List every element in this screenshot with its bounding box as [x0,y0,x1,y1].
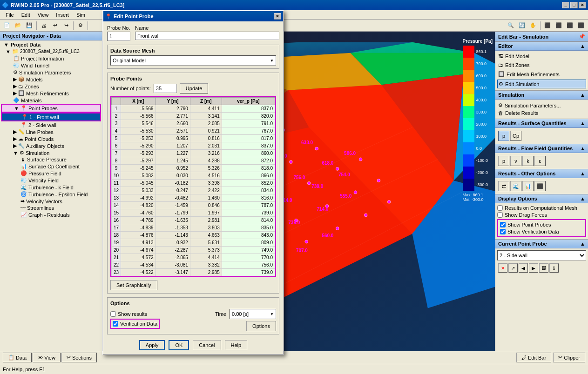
other-options-title[interactable]: Results - Other Options ▲ [495,169,588,178]
tree-wind-tunnel[interactable]: 💨 Wind Tunnel [1,62,101,69]
table-row[interactable]: 9 -5.245 0.952 5.326 818.0 [112,165,275,172]
simulation-section-title[interactable]: Simulation ▲ [495,90,588,100]
view2-btn[interactable]: ⬛ [554,20,564,31]
probe-table-container[interactable]: X [m] Y [m] Z [m] ver_p [Pa] 1 -5.569 2.… [110,96,276,277]
tree-root[interactable]: ▼ Project Data [1,41,101,48]
data-source-dropdown[interactable]: Original Model ▼ [110,55,276,66]
editor-section-title[interactable]: Editor ▲ [495,41,588,51]
table-row[interactable]: 11 -5.045 -0.182 3.398 852.0 [112,180,275,187]
modal-title-bar[interactable]: 📍 Edit Point Probe ✕ [103,11,283,21]
menu-insert[interactable]: Insert [52,11,73,19]
data-tab[interactable]: 📋 Data [3,353,32,362]
tree-turb-k[interactable]: 🌊 Turbulence - k Field [1,184,101,191]
menu-file[interactable]: File [2,11,18,19]
tree-point-clouds[interactable]: ▶ ☁ Point Clouds [1,135,101,142]
tree-mesh-ref[interactable]: ▶ 🔲 Mesh Refinements [1,90,101,97]
drag-forces-checkbox[interactable] [497,212,503,218]
surface-qty-title[interactable]: Results - Surface Quantities ▲ [495,119,588,128]
maximize-btn[interactable]: □ [570,2,578,8]
time-dropdown[interactable]: 0.00 [s] ▼ [230,309,276,319]
option-4-btn[interactable]: ⬛ [534,181,546,191]
ff-p-btn[interactable]: p [498,156,509,166]
set-graphically-btn[interactable]: Set Graphically [110,280,157,290]
tree-surface-pressure[interactable]: 🌡 Surface Pressure [1,156,101,163]
tree-simulation[interactable]: ▼ ⚙ Simulation [1,149,101,156]
table-row[interactable]: 2 -5.566 2.771 3.141 820.0 [112,113,275,120]
table-row[interactable]: 5 -5.253 0.995 0.816 817.0 [112,135,275,142]
new-btn[interactable]: 📄 [2,20,12,31]
ff-k-btn[interactable]: k [522,156,534,166]
probe-info-btn[interactable]: ℹ [549,263,559,273]
edit-simulation-btn[interactable]: ⚙ Edit Simulation [497,80,586,88]
pressure-btn[interactable]: p [498,131,509,141]
table-row[interactable]: 1 -5.569 2.790 4.411 837.0 [112,105,275,113]
table-row[interactable]: 14 -4.820 -1.459 0.846 787.0 [112,202,275,209]
table-row[interactable]: 13 -4.992 -0.482 1.460 816.0 [112,194,275,202]
rotate-btn[interactable]: 🔄 [517,20,527,31]
menu-edit[interactable]: Edit [18,11,34,19]
tree-graph-residuals[interactable]: 📈 Graph - Residuals [1,211,101,218]
table-row[interactable]: 8 -5.297 1.245 4.288 872.0 [112,157,275,165]
tree-aux-objects[interactable]: ▶ 🔧 Auxiliary Objects [1,142,101,149]
probe-select-btn[interactable]: ↗ [508,263,518,273]
tree-vel-vectors[interactable]: ➡ Velocity Vectors [1,198,101,205]
menu-view[interactable]: View [34,11,53,19]
edit-mesh-btn[interactable]: 🔲 Edit Mesh Refinements [497,70,586,78]
show-verification-checkbox[interactable] [500,229,506,234]
table-row[interactable]: 3 -5.546 2.660 2.085 791.0 [112,120,275,127]
redo-btn[interactable]: ↪ [61,20,71,31]
table-row[interactable]: 15 -4.760 -1.799 1.997 739.0 [112,209,275,217]
option-3-btn[interactable]: 📊 [522,181,534,191]
tree-turb-eps[interactable]: 🌀 Turbulence - Epsilon Field [1,191,101,198]
update-btn[interactable]: Update [180,83,208,94]
view3-btn[interactable]: ⬛ [565,20,575,31]
tree-front-wall[interactable]: 📍 1 - Front wall [1,113,101,121]
option-2-btn[interactable]: 🌊 [510,181,521,191]
tree-pressure-field[interactable]: 🔴 Pressure Field [1,170,101,177]
probe-next-btn[interactable]: ▶ [529,263,538,273]
print-btn[interactable]: 🖨 [39,20,49,31]
tree-sim-params[interactable]: ⚙ Simulation Parameters [1,69,101,76]
save-btn[interactable]: 💾 [24,20,34,31]
show-results-checkbox[interactable] [110,311,116,317]
apply-btn[interactable]: Apply [139,340,165,350]
results-mesh-checkbox[interactable] [497,205,503,211]
ff-v-btn[interactable]: v [510,156,521,166]
sim-params-btn[interactable]: ⚙ Simulation Parameters... [497,101,586,109]
open-btn[interactable]: 📂 [13,20,23,31]
menu-sim[interactable]: Sim [73,11,89,19]
display-options-title[interactable]: Display Options ▲ [495,194,588,203]
probe-img-btn[interactable]: 🖼 [539,263,548,273]
flow-field-title[interactable]: Results - Flow Field Quantities ▲ [495,144,588,153]
probe-name-input[interactable] [135,32,279,40]
table-row[interactable]: 4 -5.530 2.571 0.921 767.0 [112,127,275,135]
options-btn[interactable]: Options [246,321,276,331]
num-points-input[interactable] [154,84,177,93]
table-row[interactable]: 20 -4.674 -2.287 5.373 749.0 [112,247,275,254]
table-row[interactable]: 12 -5.033 -0.247 2.422 834.0 [112,187,275,194]
option-1-btn[interactable]: ⇄ [498,181,509,191]
edit-bar-title[interactable]: Edit Bar - Simulation 📌 [495,32,588,41]
table-row[interactable]: 23 -4.522 -3.147 2.985 739.0 [112,269,275,276]
view4-btn[interactable]: ⬛ [576,20,586,31]
view-tab[interactable]: 👁 View [33,353,61,362]
table-row[interactable]: 7 -5.293 1.227 3.216 860.0 [112,150,275,157]
help-btn[interactable]: Help [225,340,248,350]
tree-project-file[interactable]: ▼ 📁 230807_Sattel_22,5.rf6_LC3 [1,48,101,55]
probe-delete-btn[interactable]: ✕ [498,263,507,273]
ok-btn[interactable]: OK [169,340,189,350]
tree-streamlines[interactable]: 〰 Streamlines [1,205,101,211]
table-row[interactable]: 18 -4.876 -1.143 4.663 843.0 [112,232,275,239]
undo-btn[interactable]: ↩ [50,20,60,31]
current-probe-title[interactable]: Current Point Probe ▲ [495,239,588,248]
minimize-btn[interactable]: _ [562,2,569,8]
delete-results-btn[interactable]: 🗑 Delete Results [497,109,586,117]
tree-velocity-field[interactable]: 💨 Velocity Field [1,177,101,184]
clipper-btn[interactable]: ✂ Clipper [553,353,585,362]
sections-tab[interactable]: ✂ Sections [61,353,97,362]
tree-materials[interactable]: 🔷 Materials [1,97,101,104]
show-probes-checkbox[interactable] [500,222,506,227]
table-row[interactable]: 22 -4.534 -3.081 3.382 756.0 [112,261,275,269]
view1-btn[interactable]: ⬛ [542,20,553,31]
edit-zones-btn[interactable]: 🗂 Edit Zones [497,61,586,69]
